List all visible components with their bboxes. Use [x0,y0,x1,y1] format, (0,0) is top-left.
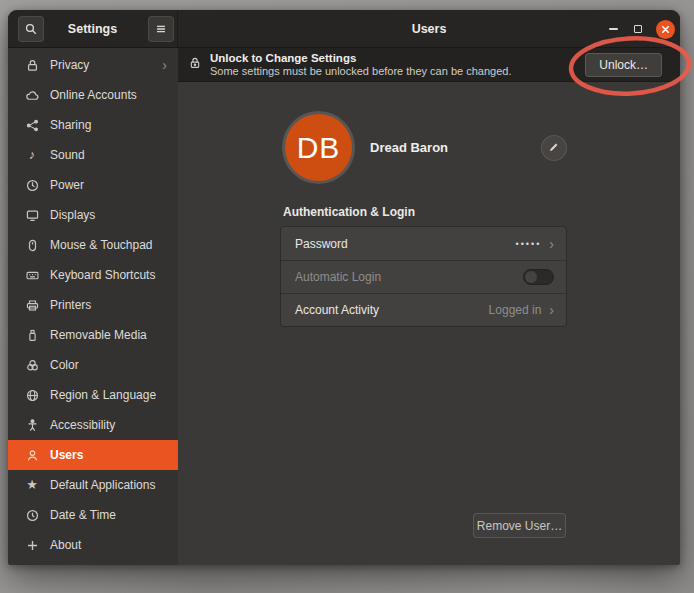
sidebar-item-label: Sound [50,148,85,162]
sidebar-item-users[interactable]: Users [8,440,178,470]
maximize-button[interactable] [628,10,648,48]
unlock-button[interactable]: Unlock… [585,53,662,77]
toggle-knob [525,271,537,283]
banner-subtitle: Some settings must be unlocked before th… [210,65,511,78]
sidebar-item-label: Accessibility [50,418,115,432]
automatic-login-toggle[interactable] [523,269,554,285]
accessibility-icon [24,417,40,433]
password-label: Password [295,237,348,251]
chevron-right-icon: › [549,303,554,317]
account-activity-row[interactable]: Account Activity Logged in › [281,293,566,326]
edit-name-button[interactable] [541,135,567,161]
lock-icon [24,57,40,73]
sidebar-item-label: About [50,538,81,552]
account-activity-label: Account Activity [295,303,379,317]
sidebar-item-label: Region & Language [50,388,156,402]
sidebar-item-about[interactable]: About [8,530,178,560]
sidebar-item-label: Color [50,358,79,372]
automatic-login-label: Automatic Login [295,270,381,284]
sidebar-item-mouse-touchpad[interactable]: Mouse & Touchpad [8,230,178,260]
password-row[interactable]: Password ••••• › [281,227,566,260]
sidebar-item-displays[interactable]: Displays [8,200,178,230]
sidebar-item-label: Default Applications [50,478,155,492]
menu-button[interactable] [148,16,174,42]
sidebar-item-label: Date & Time [50,508,116,522]
sidebar-item-region-language[interactable]: Region & Language [8,380,178,410]
display-icon [24,207,40,223]
close-button[interactable] [656,20,675,39]
unlock-banner: Unlock to Change Settings Some settings … [178,48,680,82]
user-name: Dread Baron [370,140,448,155]
auth-section-title: Authentication & Login [283,205,415,219]
star-icon: ★ [24,477,40,493]
sidebar-item-label: Mouse & Touchpad [50,238,153,252]
sidebar-item-sound[interactable]: ♪ Sound [8,140,178,170]
sidebar-item-label: Users [50,448,83,462]
power-icon [24,177,40,193]
lock-icon [188,56,202,74]
sidebar-item-label: Removable Media [50,328,147,342]
banner-title: Unlock to Change Settings [210,52,511,65]
color-circles-icon [24,357,40,373]
sidebar-item-label: Online Accounts [50,88,137,102]
pencil-icon [548,139,560,157]
plus-icon [24,537,40,553]
sidebar-item-label: Printers [50,298,91,312]
sidebar-item-removable-media[interactable]: Removable Media [8,320,178,350]
desktop: Settings Users [0,0,694,593]
chevron-right-icon: › [162,58,167,72]
auth-card: Password ••••• › Automatic Login Account… [280,226,567,327]
sidebar-item-label: Displays [50,208,95,222]
printer-icon [24,297,40,313]
avatar-initials: DB [297,131,341,165]
sidebar-item-color[interactable]: Color [8,350,178,380]
sidebar-item-label: Keyboard Shortcuts [50,268,155,282]
mouse-icon [24,237,40,253]
account-activity-value: Logged in [489,303,542,317]
cloud-icon [24,87,40,103]
banner-text: Unlock to Change Settings Some settings … [210,52,511,78]
avatar[interactable]: DB [285,114,352,181]
minimize-icon [609,28,618,30]
share-icon [24,117,40,133]
close-icon [660,21,671,39]
automatic-login-row: Automatic Login [281,260,566,293]
remove-user-button[interactable]: Remove User… [473,513,566,538]
sidebar-item-label: Privacy [50,58,89,72]
sidebar-item-label: Sharing [50,118,91,132]
sidebar-item-default-applications[interactable]: ★ Default Applications [8,470,178,500]
search-button[interactable] [18,16,44,42]
keyboard-icon [24,267,40,283]
settings-window: Settings Users [8,10,680,565]
sidebar-headerbar: Settings [8,10,178,48]
users-panel: Unlock to Change Settings Some settings … [178,48,680,565]
settings-sidebar: Privacy › Online Accounts Sharing ♪ Soun… [8,48,178,565]
maximize-icon [634,25,642,33]
sidebar-item-power[interactable]: Power [8,170,178,200]
sidebar-item-sharing[interactable]: Sharing [8,110,178,140]
sidebar-item-privacy[interactable]: Privacy › [8,50,178,80]
search-icon [24,22,38,36]
sidebar-item-keyboard-shortcuts[interactable]: Keyboard Shortcuts [8,260,178,290]
sidebar-item-printers[interactable]: Printers [8,290,178,320]
content-headerbar: Users [178,10,680,48]
minimize-button[interactable] [603,10,623,48]
sidebar-item-accessibility[interactable]: Accessibility [8,410,178,440]
sidebar-item-online-accounts[interactable]: Online Accounts [8,80,178,110]
globe-icon [24,387,40,403]
password-dots: ••••• [516,239,542,249]
users-icon [24,447,40,463]
sidebar-item-date-time[interactable]: Date & Time [8,500,178,530]
hamburger-icon [154,22,168,36]
music-note-icon: ♪ [24,147,40,163]
clock-icon [24,507,40,523]
flash-drive-icon [24,327,40,343]
chevron-right-icon: › [549,237,554,251]
sidebar-item-label: Power [50,178,84,192]
